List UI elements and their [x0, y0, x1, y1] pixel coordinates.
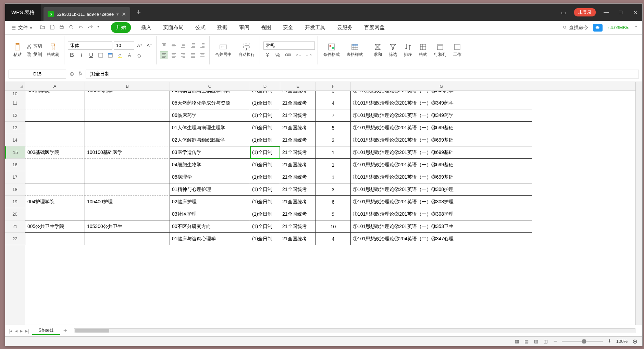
page-break-view-icon[interactable]: ▥ [533, 338, 539, 345]
align-middle-icon[interactable] [170, 41, 178, 50]
clear-format-button[interactable] [135, 51, 143, 59]
cell-C17[interactable]: 05病理学 [170, 171, 250, 183]
cell-C11[interactable]: 05天然药物化学成分与资源 [170, 97, 250, 109]
cell-G17[interactable]: ①101思想政治理论②201英语（一）③699基础 [351, 171, 532, 183]
cell-F22[interactable]: 4 [316, 233, 351, 245]
distribute-icon[interactable] [198, 51, 207, 59]
fill-color-button[interactable] [116, 51, 124, 59]
cell-G20[interactable]: ①101思想政治理论②201英语（一）③308护理 [351, 208, 532, 220]
percent-icon[interactable]: % [274, 51, 282, 59]
cell-B18[interactable] [85, 183, 170, 196]
cell-C12[interactable]: 06临床药学 [170, 109, 250, 122]
cell-F17[interactable]: 1 [316, 171, 351, 183]
cell-A22[interactable] [25, 233, 85, 245]
cell-A16[interactable] [25, 159, 85, 171]
row-header-22[interactable]: 22 [5, 233, 25, 245]
cell-B14[interactable] [85, 134, 170, 146]
cell-A21[interactable]: 005公共卫生学院 [25, 220, 85, 233]
search-command[interactable]: 查找命令 [563, 25, 588, 31]
cell-E19[interactable]: 21全国统考 [280, 196, 316, 208]
font-family-select[interactable] [68, 41, 112, 50]
zoom-out-button[interactable]: − [554, 338, 557, 345]
select-all-corner[interactable] [5, 82, 25, 91]
decrease-indent-icon[interactable] [189, 41, 197, 50]
cell-G13[interactable]: ①101思想政治理论②201英语（一）③699基础 [351, 122, 532, 134]
border-button[interactable] [97, 51, 105, 59]
cell-F20[interactable]: 5 [316, 208, 351, 220]
row-header-14[interactable]: 14 [5, 134, 25, 146]
cell-D21[interactable]: (1)全日制 [250, 220, 280, 233]
vertical-scrollbar[interactable] [635, 82, 642, 325]
cell-A14[interactable] [25, 134, 85, 146]
row-header-10[interactable]: 10 [5, 91, 25, 97]
italic-button[interactable]: I [77, 51, 86, 59]
ribbon-tab-5[interactable]: 审阅 [238, 22, 251, 33]
col-header-G[interactable]: G [351, 82, 532, 91]
cell-B16[interactable] [85, 159, 170, 171]
cell-D15[interactable]: (1)全日制 [250, 146, 280, 159]
cut-button[interactable]: 剪切 [26, 43, 42, 49]
cell-E22[interactable]: 21全国统考 [280, 233, 316, 245]
cell-B13[interactable] [85, 122, 170, 134]
format-button[interactable]: 格式 [417, 41, 429, 59]
row-header-19[interactable]: 19 [5, 196, 25, 208]
sheet-tab-active[interactable]: Sheet1 [32, 326, 60, 335]
cell-D20[interactable]: (1)全日制 [250, 208, 280, 220]
cell-C20[interactable]: 03社区护理 [170, 208, 250, 220]
page-layout-view-icon[interactable]: ▤ [523, 338, 530, 345]
col-header-D[interactable]: D [250, 82, 280, 91]
cell-D14[interactable]: (1)全日制 [250, 134, 280, 146]
filter-button[interactable]: 筛选 [387, 41, 399, 59]
ribbon-tab-3[interactable]: 公式 [194, 22, 207, 33]
ribbon-tab-6[interactable]: 视图 [260, 22, 273, 33]
paste-button[interactable]: 粘贴 [11, 41, 24, 59]
name-box[interactable] [9, 70, 66, 79]
zoom-slider[interactable] [562, 341, 603, 342]
open-icon[interactable] [40, 24, 45, 31]
cell-F16[interactable]: 1 [316, 159, 351, 171]
cell-A12[interactable] [25, 109, 85, 122]
cell-E20[interactable]: 21全国统考 [280, 208, 316, 220]
cell-G18[interactable]: ①101思想政治理论②201英语（一）③308护理 [351, 183, 532, 196]
col-header-C[interactable]: C [170, 82, 250, 91]
cell-A13[interactable] [25, 122, 85, 134]
close-button[interactable]: ✕ [631, 9, 639, 16]
cell-D19[interactable]: (1)全日制 [250, 196, 280, 208]
align-right-icon[interactable] [179, 51, 187, 59]
normal-view-icon[interactable]: ▦ [514, 338, 520, 345]
align-bottom-icon[interactable] [179, 41, 187, 50]
row-header-12[interactable]: 12 [5, 109, 25, 122]
cell-F15[interactable]: 1 [316, 146, 351, 159]
col-header-B[interactable]: B [85, 82, 170, 91]
horizontal-scrollbar[interactable] [74, 328, 635, 333]
qat-dropdown-icon[interactable]: ▾ [97, 24, 99, 31]
cell-A18[interactable] [25, 183, 85, 196]
cell-D18[interactable]: (1)全日制 [250, 183, 280, 196]
cell-E16[interactable]: 21全国统考 [280, 159, 316, 171]
ribbon-tab-8[interactable]: 开发工具 [304, 22, 327, 33]
row-header-15[interactable]: 15 [5, 146, 25, 159]
number-format-select[interactable] [263, 41, 315, 50]
row-header-17[interactable]: 17 [5, 171, 25, 183]
font-color-button[interactable]: A [125, 51, 134, 59]
column-headers[interactable]: ABCDEFG [25, 82, 635, 91]
cell-G19[interactable]: ①101思想政治理论②201英语（一）③308护理 [351, 196, 532, 208]
cell-C21[interactable]: 00不区分研究方向 [170, 220, 250, 233]
cell-C19[interactable]: 02临床护理 [170, 196, 250, 208]
mode-icon[interactable]: ▭ [560, 9, 567, 16]
cell-style-button[interactable] [106, 51, 114, 59]
scroll-thumb[interactable] [75, 329, 109, 333]
new-tab-button[interactable]: + [136, 8, 141, 17]
cell-E15[interactable]: 21全国统考 [280, 146, 316, 159]
close-tab-icon[interactable]: ✕ [122, 11, 126, 17]
cell-B20[interactable] [85, 208, 170, 220]
row-header-20[interactable]: 20 [5, 208, 25, 220]
underline-button[interactable]: U [87, 51, 95, 59]
redo-icon[interactable] [88, 24, 93, 31]
collapse-ribbon-icon[interactable]: ⌃ [634, 25, 638, 31]
cell-C13[interactable]: 01人体生理与病理生理学 [170, 122, 250, 134]
cell-G12[interactable]: ①101思想政治理论②201英语（一）③349药学 [351, 109, 532, 122]
copy-button[interactable]: 复制 [26, 51, 42, 58]
spreadsheet-grid[interactable]: ABCDEFG 10111213141516171819202122 002药学… [5, 82, 642, 325]
col-header-F[interactable]: F [316, 82, 351, 91]
